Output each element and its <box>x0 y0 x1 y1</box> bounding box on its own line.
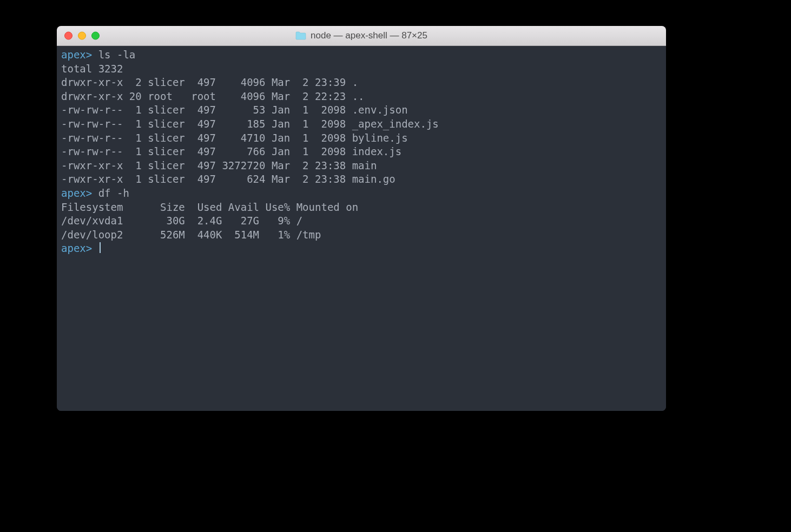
output-line: -rwxr-xr-x 1 slicer 497 624 Mar 2 23:38 … <box>61 172 662 187</box>
window-title-container: node — apex-shell — 87×25 <box>295 30 427 41</box>
output-line: Filesystem Size Used Avail Use% Mounted … <box>61 201 662 215</box>
close-button[interactable] <box>64 32 72 40</box>
output-line: drwxr-xr-x 20 root root 4096 Mar 2 22:23… <box>61 90 662 104</box>
zoom-button[interactable] <box>91 32 100 40</box>
output-line: total 3232 <box>61 62 662 76</box>
output-line: -rw-rw-r-- 1 slicer 497 766 Jan 1 2098 i… <box>61 145 662 159</box>
titlebar[interactable]: node — apex-shell — 87×25 <box>57 26 666 46</box>
output-line: -rw-rw-r-- 1 slicer 497 53 Jan 1 2098 .e… <box>61 103 662 117</box>
output-line: /dev/xvda1 30G 2.4G 27G 9% / <box>61 214 662 228</box>
traffic-lights <box>64 32 100 40</box>
prompt: apex> <box>61 242 92 254</box>
cursor <box>100 242 101 253</box>
command-text: df -h <box>92 187 129 199</box>
folder-icon <box>295 31 306 40</box>
terminal-line: apex> ls -la <box>61 48 662 62</box>
prompt: apex> <box>61 49 92 61</box>
terminal-body[interactable]: apex> ls -latotal 3232drwxr-xr-x 2 slice… <box>57 46 666 411</box>
output-line: -rw-rw-r-- 1 slicer 497 185 Jan 1 2098 _… <box>61 117 662 131</box>
output-line: -rw-rw-r-- 1 slicer 497 4710 Jan 1 2098 … <box>61 131 662 145</box>
output-line: -rwxr-xr-x 1 slicer 497 3272720 Mar 2 23… <box>61 159 662 173</box>
prompt: apex> <box>61 187 92 199</box>
terminal-line: apex> df -h <box>61 187 662 201</box>
output-line: /dev/loop2 526M 440K 514M 1% /tmp <box>61 228 662 242</box>
command-text: ls -la <box>92 49 135 61</box>
output-line: drwxr-xr-x 2 slicer 497 4096 Mar 2 23:39… <box>61 76 662 90</box>
terminal-window: node — apex-shell — 87×25 apex> ls -lato… <box>57 26 666 411</box>
terminal-line: apex> <box>61 242 662 256</box>
minimize-button[interactable] <box>78 32 86 40</box>
window-title: node — apex-shell — 87×25 <box>311 30 427 41</box>
